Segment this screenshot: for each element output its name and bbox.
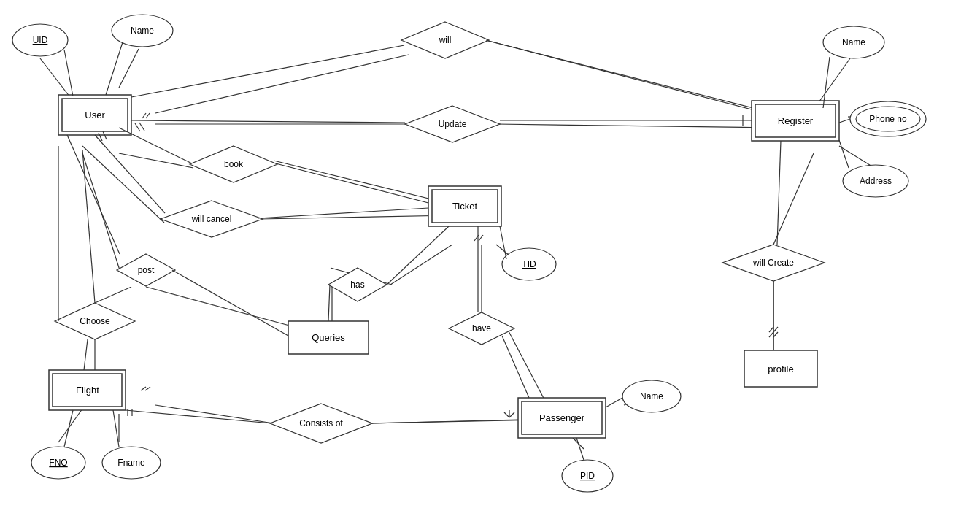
rel-choose-label: Choose (80, 316, 110, 326)
er-diagram-svg: User Ticket Flight Passenger Register (0, 0, 980, 508)
svg-line-81 (328, 285, 330, 321)
svg-line-92 (839, 119, 850, 123)
attr-tid: TID (502, 248, 556, 280)
svg-line-93 (839, 140, 849, 168)
entity-flight: Flight (49, 370, 126, 410)
svg-line-72 (119, 128, 192, 163)
rel-willcreate-label: will Create (752, 258, 794, 268)
svg-line-96 (142, 113, 146, 118)
rel-willcancel: will cancel (161, 201, 263, 237)
svg-line-9 (259, 215, 452, 219)
svg-line-87 (64, 410, 73, 447)
rel-have: have (449, 312, 514, 345)
rel-will: will (401, 22, 489, 58)
svg-line-78 (84, 339, 88, 370)
entity-register: Register (752, 101, 839, 141)
svg-line-12 (95, 287, 131, 303)
attr-regname: Name (823, 26, 884, 58)
attr-phoneno: Phone no (850, 101, 926, 136)
attr-pid: PID (562, 460, 613, 492)
entity-queries-label: Queries (312, 332, 345, 343)
attr-tid-label: TID (522, 259, 536, 269)
entity-user-label: User (85, 109, 105, 120)
entity-ticket: Ticket (428, 186, 501, 226)
entity-passenger: Passenger (518, 398, 606, 438)
attr-passname: Name (622, 380, 681, 412)
attr-fno: FNO (31, 447, 85, 479)
rel-has-label: has (350, 280, 364, 290)
svg-line-76 (67, 135, 120, 254)
svg-line-110 (769, 332, 773, 337)
svg-line-108 (769, 327, 773, 332)
svg-line-22 (58, 409, 82, 442)
svg-line-84 (500, 226, 506, 259)
svg-line-106 (509, 412, 514, 417)
rel-consistsof: Consists of (270, 404, 372, 443)
svg-line-69 (486, 40, 752, 109)
er-diagram-container: User Ticket Flight Passenger Register (0, 0, 980, 508)
rel-willcancel-label: will cancel (191, 214, 232, 224)
svg-line-90 (576, 438, 584, 460)
svg-line-99 (135, 123, 140, 131)
attr-uid-label: UID (33, 35, 48, 45)
svg-line-74 (95, 135, 165, 213)
svg-line-86 (372, 420, 518, 423)
svg-line-66 (64, 50, 73, 96)
entity-passenger-label: Passenger (539, 412, 585, 423)
attr-address-label: Address (860, 176, 892, 186)
attr-fname-label: Fname (117, 458, 145, 468)
svg-line-7 (274, 161, 452, 204)
svg-line-80 (387, 226, 449, 285)
entity-ticket-label: Ticket (452, 201, 478, 212)
svg-line-75 (258, 208, 428, 218)
attr-uid: UID (12, 24, 68, 56)
svg-line-107 (504, 412, 509, 417)
svg-line-16 (390, 245, 452, 285)
attr-fno-label: FNO (49, 458, 67, 468)
rel-willcreate: will Create (722, 245, 825, 281)
attr-phoneno-label: Phone no (869, 114, 907, 124)
rel-update-label: Update (439, 119, 467, 129)
entity-queries: Queries (288, 321, 369, 354)
rel-consistsof-label: Consists of (299, 418, 343, 428)
svg-line-2 (155, 55, 409, 113)
attr-fname: Fname (102, 447, 161, 479)
svg-line-70 (131, 120, 405, 123)
entity-flight-label: Flight (76, 385, 99, 396)
attr-username: Name (112, 15, 173, 47)
svg-line-68 (131, 45, 404, 97)
svg-line-100 (139, 123, 144, 131)
attr-pid-label: PID (580, 471, 595, 481)
svg-line-109 (773, 327, 778, 332)
svg-line-67 (106, 42, 123, 95)
svg-line-111 (773, 332, 778, 337)
rel-post: post (117, 254, 175, 286)
svg-line-88 (113, 410, 119, 447)
svg-line-73 (276, 163, 428, 203)
rel-book-label: book (224, 159, 244, 169)
rel-has: has (328, 268, 387, 301)
svg-line-28 (839, 146, 872, 166)
attr-passname-label: Name (640, 391, 663, 401)
attr-regname-label: Name (842, 37, 865, 47)
rel-will-label: will (439, 35, 452, 45)
entity-profile: profile (744, 350, 817, 387)
rel-post-label: post (138, 265, 155, 275)
svg-line-97 (146, 113, 150, 118)
rel-update: Update (405, 106, 500, 142)
svg-line-77 (172, 270, 288, 336)
svg-line-115 (479, 235, 483, 241)
entity-register-label: Register (778, 115, 814, 126)
svg-line-6 (119, 153, 193, 168)
rel-have-label: have (472, 323, 491, 334)
svg-line-8 (82, 146, 164, 223)
rel-book: book (190, 146, 277, 182)
attr-username-label: Name (131, 26, 154, 36)
svg-line-5 (496, 124, 773, 128)
attr-address: Address (843, 165, 908, 197)
svg-line-1 (119, 49, 139, 88)
svg-line-113 (145, 387, 150, 390)
entity-user: User (58, 95, 131, 135)
svg-line-89 (606, 398, 622, 407)
rel-choose: Choose (55, 303, 135, 339)
